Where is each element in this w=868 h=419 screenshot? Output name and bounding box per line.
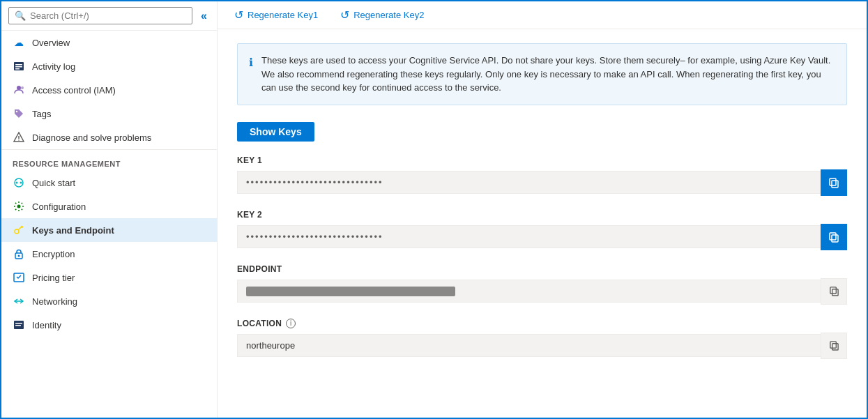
sidebar-item-label: Tags [32, 109, 51, 119]
location-copy-button[interactable] [821, 333, 847, 359]
endpoint-value [237, 280, 821, 303]
sidebar-item-activity-log[interactable]: Activity log [1, 54, 217, 78]
svg-point-14 [18, 255, 20, 257]
info-icon: ℹ [249, 54, 253, 95]
regenerate-key2-label: Regenerate Key2 [353, 10, 424, 20]
sidebar-item-access-control[interactable]: Access control (IAM) [1, 78, 217, 102]
search-icon: 🔍 [15, 10, 26, 21]
svg-rect-23 [832, 289, 837, 296]
sidebar-item-label: Keys and Endpoint [32, 225, 114, 236]
quick-start-icon [13, 176, 25, 189]
key1-value: •••••••••••••••••••••••••••••• [237, 171, 821, 194]
svg-rect-1 [15, 64, 22, 66]
location-section: LOCATION i northeurope [237, 319, 847, 359]
svg-point-5 [21, 86, 24, 89]
sidebar-item-diagnose[interactable]: Diagnose and solve problems [1, 125, 217, 149]
sidebar-item-networking[interactable]: Networking [1, 289, 217, 313]
sidebar-item-label: Identity [32, 320, 61, 330]
endpoint-field-row [237, 278, 847, 305]
toolbar: ↺ Regenerate Key1 ↺ Regenerate Key2 [218, 1, 867, 29]
info-box: ℹ These keys are used to access your Cog… [237, 43, 847, 105]
regenerate-key1-label: Regenerate Key1 [248, 10, 318, 20]
identity-icon [13, 319, 25, 331]
regenerate-key1-icon: ↺ [234, 8, 243, 22]
sidebar-item-label: Overview [32, 38, 70, 48]
configuration-icon [13, 200, 25, 213]
encryption-icon [13, 247, 25, 260]
location-label-row: LOCATION i [237, 319, 847, 328]
svg-rect-19 [832, 181, 838, 188]
svg-point-9 [16, 182, 18, 184]
main-content: ↺ Regenerate Key1 ↺ Regenerate Key2 ℹ Th… [218, 1, 867, 418]
sidebar-item-quick-start[interactable]: Quick start [1, 171, 217, 195]
show-keys-button[interactable]: Show Keys [237, 122, 314, 142]
sidebar-item-label: Diagnose and solve problems [32, 132, 151, 143]
key2-field-row: •••••••••••••••••••••••••••••• [237, 224, 847, 250]
endpoint-copy-button[interactable] [821, 278, 847, 305]
svg-rect-24 [830, 287, 835, 294]
regenerate-key2-icon: ↺ [340, 8, 349, 22]
svg-point-12 [15, 229, 19, 234]
svg-point-7 [18, 139, 20, 141]
regenerate-key2-button[interactable]: ↺ Regenerate Key2 [337, 7, 427, 23]
content-area: ℹ These keys are used to access your Cog… [218, 29, 867, 418]
key2-label: KEY 2 [237, 210, 847, 220]
networking-icon [13, 295, 25, 307]
activity-log-icon [13, 60, 25, 73]
location-value: northeurope [237, 334, 821, 357]
sidebar-item-configuration[interactable]: Configuration [1, 195, 217, 218]
sidebar-item-label: Pricing tier [32, 273, 75, 283]
tags-icon [13, 107, 25, 120]
svg-rect-22 [830, 233, 836, 240]
key1-label: KEY 1 [237, 155, 847, 165]
sidebar-item-tags[interactable]: Tags [1, 102, 217, 125]
overview-icon: ☁ [13, 36, 25, 49]
key2-copy-button[interactable] [821, 224, 847, 250]
sidebar-item-pricing-tier[interactable]: Pricing tier [1, 266, 217, 289]
svg-rect-17 [15, 323, 22, 324]
svg-point-4 [17, 86, 21, 90]
svg-point-11 [17, 205, 21, 208]
key1-section: KEY 1 •••••••••••••••••••••••••••••• [237, 155, 847, 196]
svg-rect-3 [15, 68, 20, 70]
sidebar-item-keys-endpoint[interactable]: Keys and Endpoint [1, 218, 217, 242]
search-input[interactable] [30, 10, 186, 21]
sidebar-item-label: Access control (IAM) [32, 85, 116, 96]
key2-value: •••••••••••••••••••••••••••••• [237, 225, 821, 248]
resource-management-section-header: RESOURCE MANAGEMENT [1, 149, 217, 171]
svg-rect-20 [830, 178, 836, 185]
sidebar-item-label: Configuration [32, 201, 86, 212]
svg-rect-2 [15, 66, 22, 68]
key2-section: KEY 2 •••••••••••••••••••••••••••••• [237, 210, 847, 250]
svg-rect-21 [832, 235, 838, 242]
location-label: LOCATION [237, 319, 282, 328]
sidebar-item-label: Quick start [32, 178, 75, 188]
info-box-text: These keys are used to access your Cogni… [261, 54, 835, 95]
svg-rect-25 [832, 344, 837, 350]
access-control-icon [13, 84, 25, 96]
sidebar-item-overview[interactable]: ☁ Overview [1, 31, 217, 54]
endpoint-label: ENDPOINT [237, 264, 847, 274]
sidebar: 🔍 « ☁ Overview Activity log Access [1, 1, 218, 418]
location-info-icon[interactable]: i [286, 319, 296, 328]
sidebar-item-encryption[interactable]: Encryption [1, 242, 217, 266]
sidebar-item-label: Encryption [32, 249, 75, 259]
location-field-row: northeurope [237, 333, 847, 359]
collapse-sidebar-button[interactable]: « [198, 8, 210, 24]
sidebar-search-bar: 🔍 « [1, 1, 217, 31]
sidebar-scroll-area: ☁ Overview Activity log Access control (… [1, 31, 217, 418]
diagnose-icon [13, 131, 25, 144]
endpoint-section: ENDPOINT [237, 264, 847, 305]
svg-point-10 [20, 182, 22, 184]
sidebar-item-label: Networking [32, 296, 77, 307]
regenerate-key1-button[interactable]: ↺ Regenerate Key1 [231, 7, 321, 23]
key1-field-row: •••••••••••••••••••••••••••••• [237, 169, 847, 196]
key1-copy-button[interactable] [821, 169, 847, 196]
svg-rect-18 [15, 325, 21, 326]
pricing-tier-icon [13, 271, 25, 284]
sidebar-item-label: Activity log [32, 61, 75, 72]
endpoint-blur [246, 287, 455, 296]
keys-endpoint-icon [13, 224, 25, 236]
svg-rect-26 [830, 342, 835, 348]
sidebar-item-identity[interactable]: Identity [1, 313, 217, 337]
